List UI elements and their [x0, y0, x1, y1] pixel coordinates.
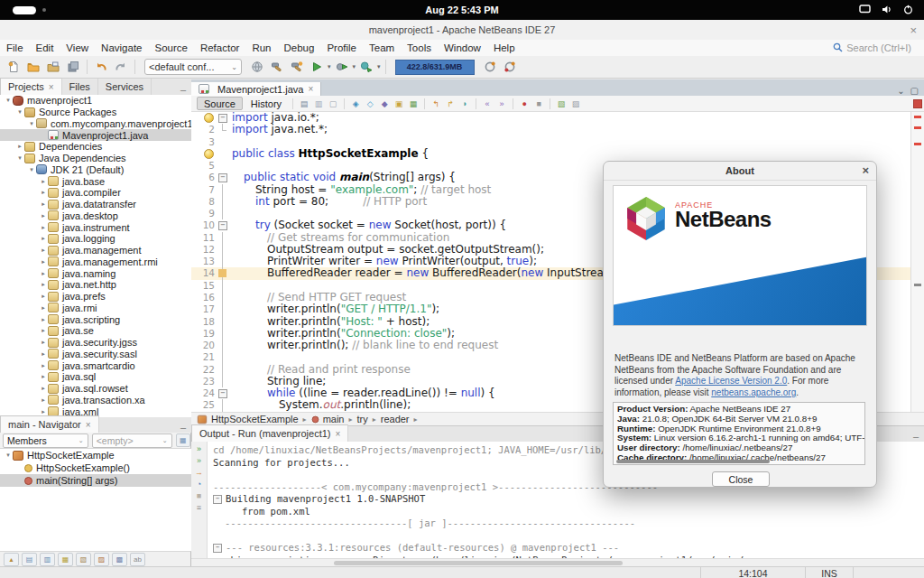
code-line-1[interactable]: −import java.io.*;: [191, 112, 910, 124]
show-inherited-icon[interactable]: ▥: [40, 553, 55, 566]
tree-item-java-net-http[interactable]: ▸java.net.http: [0, 279, 191, 291]
window-close-button[interactable]: ×: [910, 24, 917, 36]
tree-item-dependencies[interactable]: ▸Dependencies: [0, 141, 191, 153]
warning-icon[interactable]: [204, 113, 214, 123]
menu-refactor[interactable]: Refactor: [194, 42, 245, 53]
fold-collapse-icon[interactable]: −: [213, 495, 222, 504]
system-clock[interactable]: Aug 22 5:43 PM: [0, 5, 924, 15]
fold-column[interactable]: −: [217, 387, 228, 399]
menu-file[interactable]: File: [0, 42, 30, 53]
stop-macro-icon[interactable]: ■: [532, 98, 545, 110]
debug-project-icon[interactable]: [332, 58, 352, 77]
volume-icon[interactable]: [882, 5, 892, 16]
stripe-mark[interactable]: [914, 126, 921, 129]
toggle-bookmark-icon[interactable]: ◗: [458, 98, 471, 110]
gc-profile-icon[interactable]: [500, 58, 520, 77]
tab-services[interactable]: Services: [98, 79, 152, 95]
fully-qualified-names-icon[interactable]: ab: [130, 553, 145, 566]
rerun-debug-icon[interactable]: »: [197, 456, 201, 465]
expander-icon[interactable]: ▾: [15, 108, 24, 116]
tree-item-httpsocketexample-[interactable]: HttpSocketExample(): [0, 461, 191, 474]
expander-icon[interactable]: ▸: [39, 327, 48, 334]
scrollbar-thumb[interactable]: [334, 561, 623, 565]
fold-collapse-icon[interactable]: −: [218, 389, 227, 398]
tree-item-mavenproject1-java[interactable]: Mavenproject1.java: [0, 129, 191, 141]
navigator-inherit-select[interactable]: <empty>⌄: [92, 434, 172, 448]
fold-collapse-icon[interactable]: −: [218, 114, 227, 123]
tree-item-java-scripting[interactable]: ▸java.scripting: [0, 313, 191, 325]
find-selection-icon[interactable]: ◈: [349, 98, 362, 110]
gc-icon[interactable]: [480, 58, 500, 77]
tab-files[interactable]: Files: [62, 79, 98, 95]
tree-item-java-smartcardio[interactable]: ▸java.smartcardio: [0, 359, 191, 371]
tree-item-main-string-args-[interactable]: main(String[] args): [0, 474, 191, 487]
save-all-icon[interactable]: [63, 58, 83, 77]
tree-item-java-dependencies[interactable]: ▾Java Dependencies: [0, 153, 191, 164]
tree-item-java-rmi[interactable]: ▸java.rmi: [0, 303, 191, 314]
breadcrumb-item-try[interactable]: try: [356, 414, 367, 424]
chevron-down-icon[interactable]: ▾: [328, 63, 331, 70]
expander-icon[interactable]: ▸: [39, 212, 48, 219]
shift-right-icon[interactable]: »: [495, 98, 508, 110]
tree-item-java-sql[interactable]: ▸java.sql: [0, 371, 191, 383]
tree-item-java-transaction-xa[interactable]: ▸java.transaction.xa: [0, 395, 191, 406]
tree-item-java-prefs[interactable]: ▸java.prefs: [0, 291, 191, 303]
expander-icon[interactable]: ▸: [39, 316, 48, 323]
close-icon[interactable]: ×: [49, 82, 54, 92]
about-info-box[interactable]: Product Version: Apache NetBeans IDE 27J…: [613, 402, 865, 465]
expander-icon[interactable]: ▾: [27, 120, 36, 127]
tree-item-java-security-jgss[interactable]: ▸java.security.jgss: [0, 337, 191, 349]
menu-profile[interactable]: Profile: [320, 42, 363, 53]
memory-usage-bar[interactable]: 422.8/631.9MB: [395, 60, 475, 75]
record-macro-icon[interactable]: ●: [518, 98, 531, 110]
output-options-icon[interactable]: ≡: [197, 503, 201, 512]
output-horizontal-scrollbar[interactable]: [191, 558, 924, 566]
stripe-mark[interactable]: [914, 284, 921, 286]
tree-item-java-sql-rowset[interactable]: ▸java.sql.rowset: [0, 383, 191, 395]
expander-icon[interactable]: ▸: [39, 200, 48, 208]
shift-left-icon[interactable]: «: [481, 98, 494, 110]
minimize-icon[interactable]: –: [180, 84, 186, 95]
new-project-icon[interactable]: [23, 58, 43, 77]
expander-icon[interactable]: ▸: [39, 270, 48, 277]
expander-icon[interactable]: ▸: [39, 396, 48, 404]
menu-tools[interactable]: Tools: [401, 42, 438, 53]
undo-icon[interactable]: [91, 58, 111, 77]
menu-debug[interactable]: Debug: [277, 42, 320, 53]
tree-item-java-management[interactable]: ▸java.management: [0, 245, 191, 256]
tree-item-com-mycompany-mavenproject1[interactable]: ▾com.mycompany.mavenproject1: [0, 118, 191, 130]
tree-item-java-datatransfer[interactable]: ▸java.datatransfer: [0, 199, 191, 210]
tree-item-jdk-21-default-[interactable]: ▾JDK 21 (Default): [0, 164, 191, 176]
tree-item-java-base[interactable]: ▸java.base: [0, 175, 191, 187]
license-link[interactable]: Apache License Version 2.0: [675, 376, 787, 386]
profile-project-icon[interactable]: [356, 58, 376, 77]
stripe-mark[interactable]: [914, 143, 921, 145]
expander-icon[interactable]: ▸: [39, 408, 48, 415]
fold-collapse-icon[interactable]: −: [213, 544, 222, 553]
code-line-4[interactable]: public class HttpSocketExample {: [191, 148, 910, 160]
tree-item-java-compiler[interactable]: ▸java.compiler: [0, 187, 191, 199]
configuration-dropdown[interactable]: <default conf...⌄: [144, 59, 242, 75]
close-icon[interactable]: ×: [336, 429, 341, 439]
expander-icon[interactable]: ▸: [39, 189, 48, 196]
run-project-icon[interactable]: [307, 58, 327, 77]
find-next-icon[interactable]: ◇: [364, 98, 376, 110]
tab-output-run[interactable]: Output - Run (mavenproject1) ×: [191, 424, 348, 442]
tree-item-java-management-rmi[interactable]: ▸java.management.rmi: [0, 256, 191, 268]
expander-icon[interactable]: ▸: [39, 339, 48, 346]
expander-icon[interactable]: ▸: [39, 247, 48, 254]
breadcrumb-item-httpsocketexample[interactable]: HttpSocketExample: [197, 414, 299, 424]
expander-icon[interactable]: ▾: [15, 154, 24, 162]
fold-column[interactable]: −: [217, 219, 228, 231]
sort-source-icon[interactable]: ▤: [22, 553, 37, 566]
expander-icon[interactable]: ▸: [39, 385, 48, 392]
navigator-view-select[interactable]: Members⌄: [3, 434, 88, 448]
tab-navigator[interactable]: main - Navigator ×: [0, 415, 99, 433]
menu-team[interactable]: Team: [363, 42, 401, 53]
redo-icon[interactable]: [111, 58, 131, 77]
tree-item-mavenproject1[interactable]: ▾mavenproject1: [0, 95, 191, 107]
stop-icon[interactable]: ■: [197, 491, 201, 500]
fold-collapse-icon[interactable]: −: [218, 173, 227, 182]
fold-collapse-icon[interactable]: −: [218, 221, 227, 230]
close-icon[interactable]: ×: [86, 420, 91, 430]
